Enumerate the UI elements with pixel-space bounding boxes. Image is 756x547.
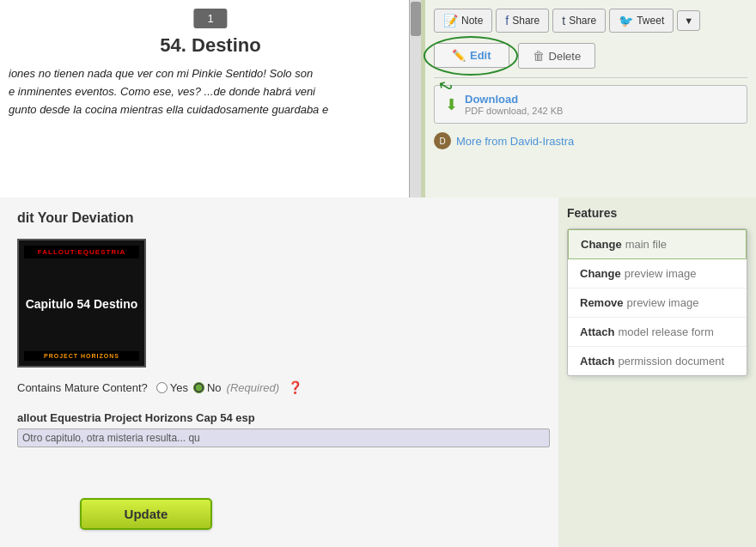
features-panel: Features Change main file Change preview… xyxy=(558,198,756,547)
note-icon: 📝 xyxy=(443,14,458,27)
mature-label: Contains Mature Content? xyxy=(17,381,148,394)
thumbnail-area: FALLOUT:EQUESTRIA Capitulo 54 Destino PR… xyxy=(17,239,146,368)
change-file-item[interactable]: Change main file xyxy=(568,229,747,259)
delete-label: Delete xyxy=(549,50,582,63)
edit-area: ✏️ Edit ↩ xyxy=(434,43,509,69)
tumblr-share-button[interactable]: t Share xyxy=(552,9,606,33)
attach-model-normal: model release form xyxy=(618,325,713,338)
tweet-label: Tweet xyxy=(637,15,664,27)
thumbnail-box: FALLOUT:EQUESTRIA Capitulo 54 Destino PR… xyxy=(17,239,146,368)
right-panel-top: 📝 Note f Share t Share 🐦 Tweet ▼ ✏️ xyxy=(425,0,756,198)
scrollbar[interactable] xyxy=(409,0,421,198)
tumblr-icon: t xyxy=(562,14,565,27)
download-title: Download xyxy=(465,93,563,106)
facebook-icon: f xyxy=(505,14,509,27)
thumb-footer: PROJECT HORIZONS xyxy=(24,351,139,361)
tumblr-share-label: Share xyxy=(569,15,596,27)
attach-permission-item[interactable]: Attach permission document xyxy=(568,347,747,375)
no-radio[interactable] xyxy=(193,382,204,393)
desc-input-bar[interactable]: Otro capitulo, otra misteria resulta... … xyxy=(17,428,550,447)
change-preview-image-item[interactable]: Change preview image xyxy=(568,259,747,289)
content-row: FALLOUT:EQUESTRIA Capitulo 54 Destino PR… xyxy=(17,239,550,368)
avatar: D xyxy=(434,132,451,149)
description-area: allout Equestria Project Horizons Cap 54… xyxy=(17,411,550,447)
change-preview-bold: Change xyxy=(580,267,621,280)
update-button[interactable]: Update xyxy=(80,498,213,530)
change-preview-normal: preview image xyxy=(625,267,697,280)
required-text: (Required) xyxy=(227,381,279,394)
attach-permission-normal: permission document xyxy=(618,355,724,368)
remove-preview-image-item[interactable]: Remove preview image xyxy=(568,289,747,318)
more-from-link[interactable]: More from David-Irastra xyxy=(456,135,574,148)
edit-label: Edit xyxy=(470,49,491,62)
yes-radio-label[interactable]: Yes xyxy=(156,381,188,394)
help-icon[interactable]: ❓ xyxy=(288,380,302,394)
separator xyxy=(434,77,747,78)
desc-placeholder: Otro capitulo, otra misteria resulta... … xyxy=(22,432,200,444)
download-button[interactable]: ⬇ Download PDF download, 242 KB xyxy=(434,85,747,124)
radio-group: Yes No (Required) xyxy=(156,381,279,394)
desc-title: allout Equestria Project Horizons Cap 54… xyxy=(17,411,550,424)
thumb-title: Capitulo 54 Destino xyxy=(26,296,138,313)
twitter-icon: 🐦 xyxy=(619,14,633,27)
tweet-button[interactable]: 🐦 Tweet xyxy=(609,9,674,33)
delete-button[interactable]: 🗑 Delete xyxy=(518,43,596,69)
scroll-thumb xyxy=(411,2,421,36)
yes-label: Yes xyxy=(170,381,188,394)
note-label: Note xyxy=(461,15,483,27)
action-buttons-row: 📝 Note f Share t Share 🐦 Tweet ▼ xyxy=(434,9,747,33)
mature-content-row: Contains Mature Content? Yes No (Require… xyxy=(17,380,550,394)
features-title: Features xyxy=(567,206,747,220)
no-label: No xyxy=(207,381,222,394)
download-info: Download PDF download, 242 KB xyxy=(465,93,563,116)
edit-form-panel: dit Your Deviation FALLOUT:EQUESTRIA Cap… xyxy=(0,198,567,547)
download-icon: ⬇ xyxy=(445,95,458,114)
note-button[interactable]: 📝 Note xyxy=(434,9,492,33)
download-sub: PDF download, 242 KB xyxy=(465,106,563,116)
main-edit-area: dit Your Deviation FALLOUT:EQUESTRIA Cap… xyxy=(0,198,756,547)
features-dropdown-menu: Change main file Change preview image Re… xyxy=(567,228,747,376)
no-radio-label[interactable]: No xyxy=(193,381,222,394)
edit-delete-row: ✏️ Edit ↩ 🗑 Delete xyxy=(434,43,747,69)
page-title: dit Your Deviation xyxy=(17,210,550,226)
yes-radio[interactable] xyxy=(156,382,168,393)
fb-share-label: Share xyxy=(512,15,540,27)
share-dropdown-button[interactable]: ▼ xyxy=(677,10,700,31)
page-number-badge: 1 xyxy=(193,9,227,28)
doc-title: 54. Destino xyxy=(9,34,412,57)
edit-button[interactable]: ✏️ Edit xyxy=(434,43,509,68)
remove-preview-bold: Remove xyxy=(580,296,624,309)
trash-icon: 🗑 xyxy=(533,49,545,63)
top-bar: 1 54. Destino iones no tienen nada que v… xyxy=(0,0,756,198)
doc-body-text: iones no tienen nada que ver con mi Pink… xyxy=(9,65,412,119)
pencil-icon: ✏️ xyxy=(452,49,466,62)
more-from-row: D More from David-Irastra xyxy=(434,132,747,149)
update-btn-area: Update xyxy=(69,498,223,530)
document-preview: 1 54. Destino iones no tienen nada que v… xyxy=(0,0,421,198)
remove-preview-normal: preview image xyxy=(627,296,699,309)
attach-model-bold: Attach xyxy=(580,325,614,338)
fb-share-button[interactable]: f Share xyxy=(496,9,549,33)
attach-model-release-item[interactable]: Attach model release form xyxy=(568,318,747,347)
change-file-bold: Change xyxy=(581,238,622,251)
change-file-normal: main file xyxy=(625,238,667,251)
thumb-header: FALLOUT:EQUESTRIA xyxy=(24,246,139,258)
attach-permission-bold: Attach xyxy=(580,355,614,368)
